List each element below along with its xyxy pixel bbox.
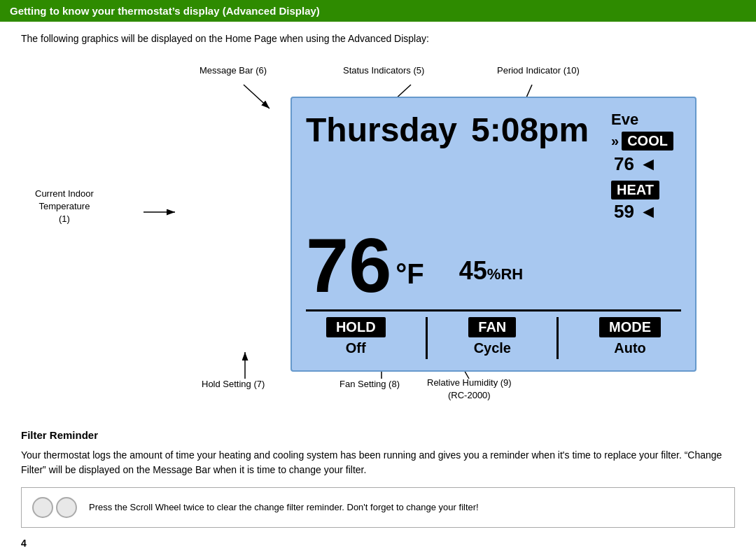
- therm-middle-row: 76 °F 45%RH: [306, 227, 681, 304]
- filter-section: Filter Reminder Your thermostat logs the…: [21, 429, 735, 528]
- therm-fan-value: Cycle: [474, 340, 511, 356]
- therm-period: Eve: [611, 111, 638, 129]
- scroll-wheel-icon: [30, 493, 79, 522]
- filter-box: Press the Scroll Wheel twice to clear th…: [21, 487, 735, 528]
- therm-divider-vert-2: [556, 317, 559, 359]
- label-hold-setting: Hold Setting (7): [202, 379, 265, 391]
- therm-mode-value: Auto: [614, 340, 646, 356]
- header-bar: Getting to know your thermostat’s displa…: [0, 0, 756, 22]
- scroll-wheel-circle-1: [32, 497, 53, 518]
- header-title: Getting to know your thermostat’s displa…: [10, 5, 320, 17]
- thermostat-display: Thursday 5:08pm Eve » COOL 76 ◄ HEAT: [150, 97, 564, 372]
- label-fan-setting: Fan Setting (8): [340, 379, 400, 391]
- therm-fan-item: FAN Cycle: [468, 317, 516, 356]
- filter-body: Your thermostat logs the amount of time …: [21, 448, 735, 477]
- intro-text: The following graphics will be displayed…: [21, 33, 735, 44]
- therm-fan-label: FAN: [468, 317, 516, 337]
- therm-time: 5:08pm: [471, 111, 589, 149]
- therm-humidity: 45%RH: [459, 256, 523, 286]
- therm-heat-value: 59 ◄: [614, 201, 657, 223]
- therm-temp-big: 76: [306, 227, 391, 304]
- therm-mode-label: MODE: [599, 317, 661, 337]
- therm-day: Thursday: [306, 111, 457, 149]
- therm-temp-unit: °F: [396, 258, 424, 290]
- label-current-temp: Current IndoorTemperature(1): [35, 188, 94, 226]
- filter-note: Press the Scroll Wheel twice to clear th…: [89, 501, 479, 514]
- therm-hold-item: HOLD Off: [326, 317, 386, 356]
- label-period-indicator: Period Indicator (10): [497, 65, 580, 77]
- therm-right-col: Eve » COOL 76 ◄ HEAT 59 ◄: [604, 111, 681, 224]
- therm-cool-label: COOL: [622, 132, 673, 150]
- scroll-wheel-circle-2: [56, 497, 77, 518]
- label-status-indicators: Status Indicators (5): [343, 65, 424, 77]
- therm-bottom-row: HOLD Off FAN Cycle MODE Auto: [306, 317, 681, 359]
- therm-divider: [306, 309, 681, 312]
- therm-divider-vert-1: [426, 317, 428, 359]
- therm-cool-value: 76 ◄: [614, 153, 657, 175]
- label-relative-humidity: Relative Humidity (9)(RC-2000): [427, 377, 512, 402]
- diagram-area: Message Bar (6) Status Indicators (5) Pe…: [21, 58, 735, 422]
- therm-hold-value: Off: [346, 340, 366, 356]
- therm-heat-label: HEAT: [611, 181, 659, 200]
- therm-arrows: »: [611, 133, 619, 149]
- page-number: 4: [21, 538, 735, 549]
- therm-hold-label: HOLD: [326, 317, 386, 337]
- label-message-bar: Message Bar (6): [200, 65, 267, 77]
- therm-mode-item: MODE Auto: [599, 317, 661, 356]
- filter-title: Filter Reminder: [21, 429, 735, 441]
